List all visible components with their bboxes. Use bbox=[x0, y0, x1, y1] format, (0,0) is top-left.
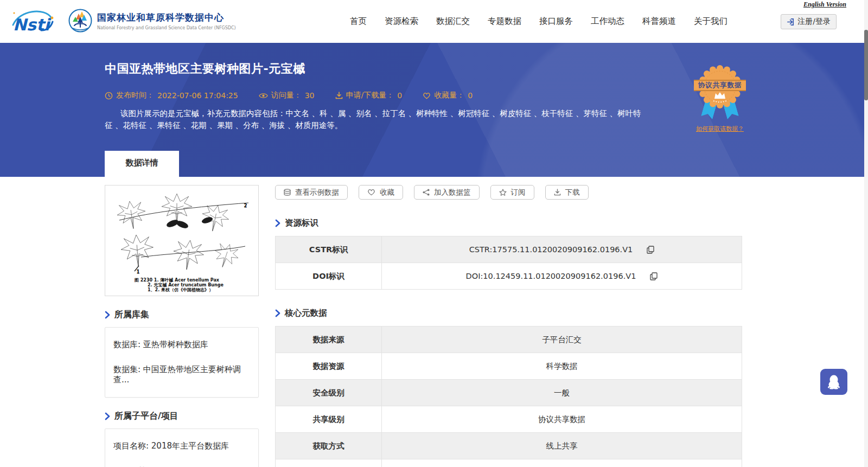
nav-topic-data[interactable]: 专题数据 bbox=[488, 16, 521, 27]
favorite-count: 收藏量：0 bbox=[423, 91, 473, 100]
download-icon bbox=[335, 92, 343, 99]
publish-label: 发布时间： bbox=[116, 91, 154, 100]
resource-banner: 中国亚热带地区主要树种图片-元宝槭 发布时间：2022-07-06 17:04:… bbox=[0, 43, 868, 177]
how-to-get-data-link[interactable]: 如何获取该数据？ bbox=[696, 125, 744, 133]
login-icon bbox=[787, 18, 795, 26]
view-sample-label: 查看示例数据 bbox=[295, 188, 339, 197]
clock-icon bbox=[105, 92, 113, 100]
project-section-title: 所属子平台/项目 bbox=[114, 411, 178, 422]
share-badge: 协议共享数据 如何获取该数据？ bbox=[695, 65, 745, 133]
project-section-header: 所属子平台/项目 bbox=[105, 411, 259, 422]
project-name: 项目名称: 2018年主平台数据库 bbox=[113, 441, 250, 451]
visits-value: 30 bbox=[305, 91, 315, 100]
visit-count: 访问量：30 bbox=[259, 91, 315, 100]
svg-text:Nsti: Nsti bbox=[13, 15, 52, 34]
figure-caption-line3: 1、2. 果枝（仿《中国植物志》） bbox=[108, 287, 255, 292]
row-value: 协议共享数据 bbox=[538, 414, 585, 425]
favorites-label: 收藏量： bbox=[434, 91, 464, 100]
row-value: 科学数据 bbox=[546, 361, 578, 372]
svg-text:1: 1 bbox=[137, 270, 139, 274]
heart-icon bbox=[367, 189, 375, 196]
download-button[interactable]: 下载 bbox=[545, 185, 589, 200]
nfgsdc-logo-icon bbox=[68, 9, 92, 33]
chevron-right-icon bbox=[105, 412, 110, 420]
chevron-right-icon bbox=[275, 309, 280, 317]
dataset-link[interactable]: 数据集: 中国亚热带地区主要树种调查... bbox=[113, 364, 250, 385]
row-label bbox=[276, 459, 382, 467]
add-to-basket-button[interactable]: 加入数据篮 bbox=[414, 185, 480, 200]
page-title: 中国亚热带地区主要树种图片-元宝槭 bbox=[105, 43, 788, 77]
row-value: 子平台汇交 bbox=[542, 335, 582, 345]
download-count: 申请/下载量：0 bbox=[335, 91, 403, 100]
copy-icon[interactable] bbox=[647, 246, 654, 254]
row-value: 线上共享 bbox=[546, 441, 578, 451]
english-version-link[interactable]: English Version bbox=[803, 1, 846, 9]
qq-penguin-icon bbox=[827, 374, 841, 389]
org-name-cn: 国家林业和草原科学数据中心 bbox=[97, 11, 236, 24]
eye-icon bbox=[259, 92, 268, 99]
cstr-label: CSTR标识 bbox=[276, 236, 382, 263]
nav-home[interactable]: 首页 bbox=[350, 16, 367, 27]
scrollbar-thumb[interactable] bbox=[864, 30, 868, 100]
botanical-drawing-image: 2 1 bbox=[108, 188, 255, 278]
left-sidebar: 2 1 图 2230 1. 薄叶槭 Acer tenellum Pax 2. 元… bbox=[105, 185, 259, 467]
nav-data-submission[interactable]: 数据汇交 bbox=[436, 16, 470, 27]
qq-contact-button[interactable] bbox=[820, 369, 847, 395]
nav-resource-search[interactable]: 资源检索 bbox=[385, 16, 418, 27]
favorite-button[interactable]: 收藏 bbox=[359, 185, 403, 200]
nav-work-news[interactable]: 工作动态 bbox=[591, 16, 624, 27]
row-label: 数据资源 bbox=[276, 353, 382, 379]
nav-about-us[interactable]: 关于我们 bbox=[694, 16, 727, 27]
doi-value: DOI:10.12459.11.0120020909162.0196.V1 bbox=[466, 272, 636, 280]
figure-caption-line2: 2. 元宝槭 Acer truncatum Bunge bbox=[108, 283, 255, 287]
tab-label: 数据详情 bbox=[126, 158, 158, 168]
cstr-value: CSTR:17575.11.0120020909162.0196.V1 bbox=[469, 245, 633, 254]
row-label: 数据来源 bbox=[276, 327, 382, 353]
publish-time: 发布时间：2022-07-06 17:04:25 bbox=[105, 91, 238, 100]
download-icon bbox=[554, 189, 561, 196]
table-row: DOI标识 DOI:10.12459.11.0120020909162.0196… bbox=[276, 263, 742, 290]
main-nav: 首页 资源检索 数据汇交 专题数据 接口服务 工作动态 科普频道 关于我们 bbox=[350, 0, 727, 43]
badge-band: 协议共享数据 bbox=[694, 80, 746, 91]
download-label: 下载 bbox=[565, 188, 580, 197]
library-card: 数据库: 亚热带树种数据库 数据集: 中国亚热带地区主要树种调查... bbox=[105, 327, 259, 398]
botanical-figure: 2 1 图 2230 1. 薄叶槭 Acer tenellum Pax 2. 元… bbox=[105, 185, 259, 296]
core-metadata-section-header: 核心元数据 bbox=[275, 308, 742, 319]
tab-data-detail[interactable]: 数据详情 bbox=[105, 151, 179, 177]
org-names: 国家林业和草原科学数据中心 National Forestry and Gras… bbox=[97, 11, 236, 30]
table-row: 共享级别 协议共享数据 bbox=[276, 406, 742, 433]
action-buttons: 查看示例数据 收藏 加入数据篮 订阅 bbox=[275, 185, 742, 200]
subscribe-button[interactable]: 订阅 bbox=[490, 185, 534, 200]
figure-caption-line1: 图 2230 1. 薄叶槭 Acer tenellum Pax bbox=[108, 278, 255, 283]
page-scrollbar[interactable] bbox=[864, 0, 868, 467]
doi-label: DOI标识 bbox=[276, 263, 382, 289]
brand-area: Nsti 国家林业和草原科学数据中心 National Forestry and… bbox=[10, 7, 236, 35]
top-header: Nsti 国家林业和草原科学数据中心 National Forestry and… bbox=[0, 0, 868, 43]
view-sample-data-button[interactable]: 查看示例数据 bbox=[275, 185, 348, 200]
identifier-section-title: 资源标识 bbox=[285, 217, 318, 229]
login-register-button[interactable]: 注册/登录 bbox=[781, 14, 837, 29]
database-link[interactable]: 数据库: 亚热带树种数据库 bbox=[113, 340, 250, 350]
library-section-header: 所属库集 bbox=[105, 309, 259, 321]
share-icon bbox=[423, 189, 430, 196]
core-metadata-section-title: 核心元数据 bbox=[285, 308, 327, 319]
identifier-table: CSTR标识 CSTR:17575.11.0120020909162.0196.… bbox=[275, 236, 742, 290]
row-label: 获取方式 bbox=[276, 433, 382, 459]
copy-icon[interactable] bbox=[650, 272, 658, 280]
publish-value: 2022-07-06 17:04:25 bbox=[157, 91, 238, 100]
row-label: 安全级别 bbox=[276, 380, 382, 406]
downloads-value: 0 bbox=[397, 91, 402, 100]
core-metadata-table: 数据来源 子平台汇交 数据资源 科学数据 安全级别 一般 共享级别 协议共享数据… bbox=[275, 326, 742, 467]
nav-science-channel[interactable]: 科普频道 bbox=[642, 16, 676, 27]
row-label: 共享级别 bbox=[276, 406, 382, 432]
nav-api-service[interactable]: 接口服务 bbox=[539, 16, 573, 27]
project-card: 项目名称: 2018年主平台数据库 项目年份: 2018 bbox=[105, 428, 259, 467]
nsti-logo: Nsti bbox=[10, 7, 54, 35]
identifier-section-header: 资源标识 bbox=[275, 217, 742, 229]
database-icon bbox=[284, 189, 291, 196]
detail-panel: 查看示例数据 收藏 加入数据篮 订阅 bbox=[275, 185, 742, 467]
star-icon bbox=[499, 189, 507, 196]
heart-icon bbox=[423, 92, 431, 99]
org-name-en: National Forestry and Grassland Science … bbox=[97, 25, 236, 30]
svg-text:2: 2 bbox=[244, 203, 247, 208]
